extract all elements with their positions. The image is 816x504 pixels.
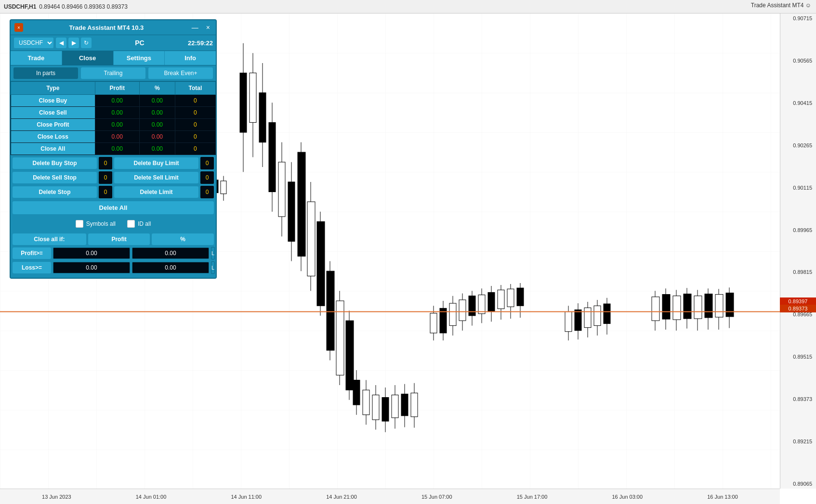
time-axis: 13 Jun 2023 14 Jun 01:00 14 Jun 11:00 14… — [0, 489, 780, 504]
nav-prev-button[interactable]: ◀ — [56, 38, 66, 48]
col-total: Total — [175, 82, 215, 95]
close-all-if-percent-header: % — [152, 233, 214, 245]
nav-next-button[interactable]: ▶ — [68, 38, 79, 48]
svg-rect-37 — [353, 380, 360, 405]
panel-close-button[interactable]: × — [14, 23, 23, 32]
id-all-box[interactable] — [127, 220, 135, 228]
nav-refresh-button[interactable]: ↻ — [81, 38, 92, 48]
table-row: Close Profit 0.00 0.00 0 — [11, 119, 216, 131]
svg-rect-11 — [278, 162, 285, 217]
svg-rect-53 — [488, 292, 495, 311]
delete-sell-stop-count: 0 — [99, 171, 112, 184]
table-row: Close Loss 0.00 0.00 0 — [11, 131, 216, 143]
close-sell-btn[interactable]: Close Sell — [11, 107, 95, 119]
delete-stop-btn[interactable]: Delete Stop — [13, 186, 97, 198]
close-all-percent: 0.00 — [139, 143, 175, 155]
panel-titlebar: × Trade Assistant MT4 10.3 — × — [11, 20, 216, 35]
delete-buy-stop-btn[interactable]: Delete Buy Stop — [13, 157, 97, 169]
close-profit-percent: 0.00 — [139, 119, 175, 131]
delete-all-button[interactable]: Delete All — [13, 201, 214, 214]
chart-symbol-label: USDCHF,H1 — [4, 3, 36, 10]
panel-minimize-button[interactable]: — — [190, 24, 200, 31]
svg-rect-67 — [594, 306, 601, 325]
svg-rect-13 — [288, 182, 295, 242]
tab-info[interactable]: Info — [165, 51, 216, 65]
close-sell-percent: 0.00 — [139, 107, 175, 119]
profit-gte-value2[interactable] — [132, 247, 209, 259]
loss-gte-label: Loss>= — [13, 262, 51, 273]
svg-rect-21 — [327, 271, 334, 350]
price-label-1: 0.90715 — [782, 15, 814, 21]
svg-rect-31 — [449, 303, 456, 325]
svg-rect-7 — [259, 93, 266, 142]
close-buy-percent: 0.00 — [139, 95, 175, 107]
delete-stop-count: 0 — [99, 186, 112, 198]
symbols-all-checkbox[interactable]: Symbols all — [76, 220, 116, 228]
id-all-checkbox[interactable]: ID all — [127, 220, 151, 228]
price-label-6: 0.89965 — [782, 227, 814, 233]
chart-topbar: USDCHF,H1 0.89464 0.89466 0.89363 0.8937… — [0, 0, 816, 13]
svg-rect-91 — [221, 181, 226, 194]
delete-buy-limit-count: 0 — [200, 157, 214, 169]
delete-sell-limit-btn[interactable]: Delete Sell Limit — [114, 172, 198, 183]
panel-maximize-button[interactable]: × — [204, 24, 212, 31]
loss-gte-value1[interactable] — [53, 262, 130, 273]
time-label-6: 15 Jun 17:00 — [517, 494, 548, 500]
svg-rect-73 — [662, 295, 670, 319]
price-label-11: 0.89215 — [782, 439, 814, 444]
svg-rect-81 — [705, 294, 712, 318]
subtab-breakeven[interactable]: Break Even+ — [148, 67, 213, 79]
loss-gte-value2[interactable] — [132, 262, 209, 273]
price-label-8: 0.89665 — [782, 311, 814, 317]
profit-gte-value1[interactable] — [53, 247, 130, 259]
price-label-3: 0.90415 — [782, 100, 814, 106]
symbols-all-box[interactable] — [76, 220, 83, 228]
svg-rect-45 — [392, 395, 398, 417]
svg-rect-55 — [498, 290, 504, 309]
tab-trade[interactable]: Trade — [11, 51, 62, 65]
svg-rect-75 — [673, 296, 681, 320]
close-all-if-section: Close all if: Profit % Profit>= L Loss>=… — [11, 232, 216, 278]
delete-limit-count: 0 — [200, 186, 214, 198]
sub-tabs: In parts Trailing Break Even+ — [11, 65, 216, 81]
time-label-5: 15 Jun 07:00 — [421, 494, 452, 500]
symbol-bar: USDCHF ◀ ▶ ↻ PC 22:59:22 — [11, 35, 216, 51]
svg-rect-57 — [507, 289, 514, 307]
main-tabs: Trade Close Settings Info — [11, 51, 216, 65]
close-loss-btn[interactable]: Close Loss — [11, 131, 95, 143]
price-label-9: 0.89515 — [782, 354, 814, 360]
svg-rect-85 — [726, 293, 734, 316]
svg-rect-83 — [715, 295, 723, 317]
delete-row-3: Delete Stop 0 Delete Limit 0 — [13, 186, 214, 198]
panel-title: Trade Assistant MT4 10.3 — [27, 24, 186, 31]
tab-settings[interactable]: Settings — [114, 51, 165, 65]
loss-gte-l-button[interactable]: L — [211, 261, 215, 274]
profit-gte-row: Profit>= L — [13, 247, 214, 259]
tab-close[interactable]: Close — [62, 51, 114, 65]
svg-rect-47 — [401, 394, 408, 415]
subtab-inparts[interactable]: In parts — [13, 67, 78, 79]
svg-rect-65 — [584, 308, 591, 327]
svg-rect-15 — [298, 152, 305, 256]
svg-rect-43 — [382, 398, 389, 421]
delete-sell-stop-btn[interactable]: Delete Sell Stop — [13, 172, 97, 183]
chart-topbar-right: Trade Assistant MT4 ☺ — [751, 2, 811, 9]
svg-rect-35 — [469, 296, 475, 316]
current-price-tag: 0.89397 — [780, 297, 816, 305]
delete-buy-limit-btn[interactable]: Delete Buy Limit — [114, 157, 198, 169]
subtab-trailing[interactable]: Trailing — [81, 67, 145, 79]
close-profit-btn[interactable]: Close Profit — [11, 119, 95, 131]
time-display: 22:59:22 — [188, 39, 213, 47]
trade-assistant-panel: × Trade Assistant MT4 10.3 — × USDCHF ◀ … — [10, 19, 217, 279]
close-buy-btn[interactable]: Close Buy — [11, 95, 95, 107]
svg-rect-63 — [575, 310, 581, 330]
symbol-selector[interactable]: USDCHF — [13, 37, 54, 49]
close-all-if-profit-header: Profit — [88, 233, 150, 245]
checkbox-row: Symbols all ID all — [11, 216, 216, 232]
delete-limit-btn[interactable]: Delete Limit — [114, 186, 198, 198]
close-all-btn[interactable]: Close All — [11, 143, 95, 155]
col-type: Type — [11, 82, 95, 95]
profit-gte-l-button[interactable]: L — [211, 247, 215, 259]
delete-row-1: Delete Buy Stop 0 Delete Buy Limit 0 — [13, 157, 214, 169]
col-profit: Profit — [95, 82, 139, 95]
